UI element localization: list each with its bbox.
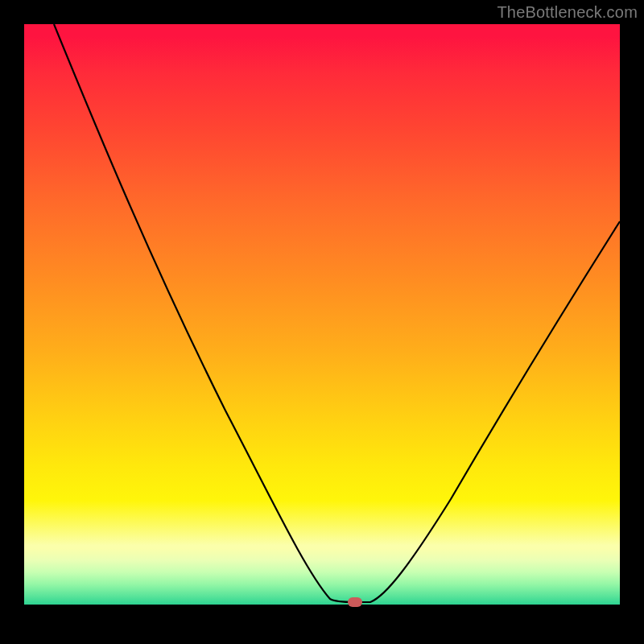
chart-stage: TheBottleneck.com xyxy=(0,0,644,644)
notch-marker xyxy=(348,597,362,607)
bottleneck-curve xyxy=(54,24,620,602)
watermark-text: TheBottleneck.com xyxy=(497,3,638,22)
plot-area xyxy=(24,24,620,620)
curve-layer xyxy=(24,24,620,620)
